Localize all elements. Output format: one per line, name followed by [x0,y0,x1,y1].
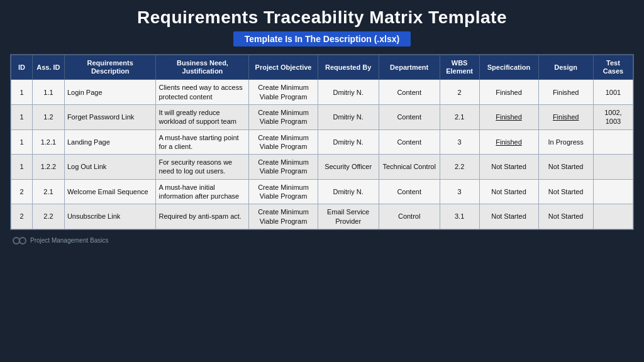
cell-id: 1 [11,155,33,180]
cell-req-desc: Log Out Link [64,155,156,180]
cell-business: Required by anti-spam act. [156,204,249,229]
cell-id: 2 [11,179,33,204]
col-header-proj: Project Objective [249,55,318,80]
table-row: 1 1.2.2 Log Out Link For security reason… [11,155,633,180]
footer-text: Project Management Basics [30,237,109,244]
cell-req-by: Dmitriy N. [318,104,379,129]
table-body: 1 1.1 Login Page Clients need way to acc… [11,80,633,229]
col-header-wbs: WBS Element [440,55,479,80]
cell-assid: 1.1 [32,80,64,105]
cell-req-desc: Landing Page [64,129,156,155]
svg-point-1 [19,238,26,244]
cell-assid: 2.2 [32,204,64,229]
cell-id: 1 [11,129,33,155]
cell-dept: Content [379,129,440,155]
cell-business: For security reasons we need to log out … [156,155,249,180]
table-header: ID Ass. ID Requirements Description Busi… [11,55,633,80]
col-header-business: Business Need, Justification [156,55,249,80]
col-header-reqby: Requested By [318,55,379,80]
page-title: Requirements Traceability Matrix Templat… [137,8,507,28]
cell-spec: Not Started [479,204,538,229]
cell-test [593,129,633,155]
cell-req-desc: Login Page [64,80,156,105]
cell-proj-obj: Create Minimum Viable Program [249,104,318,129]
cell-proj-obj: Create Minimum Viable Program [249,155,318,180]
cell-design: In Progress [538,129,593,155]
col-header-design: Design [538,55,593,80]
cell-proj-obj: Create Minimum Viable Program [249,129,318,155]
cell-dept: Content [379,104,440,129]
cell-wbs: 3 [440,179,479,204]
col-header-assid: Ass. ID [32,55,64,80]
col-header-id: ID [11,55,33,80]
cell-test: 1001 [593,80,633,105]
cell-assid: 1.2.1 [32,129,64,155]
table-row: 1 1.1 Login Page Clients need way to acc… [11,80,633,105]
cell-wbs: 2.1 [440,104,479,129]
cell-wbs: 2.2 [440,155,479,180]
footer-logo: Project Management Basics [13,234,109,248]
footer: Project Management Basics [10,234,634,248]
cell-assid: 1.2 [32,104,64,129]
cell-req-by: Dmitriy N. [318,129,379,155]
cell-business: Clients need way to access protected con… [156,80,249,105]
col-header-test: Test Cases [593,55,633,80]
cell-spec: Finished [479,104,538,129]
cell-test [593,155,633,180]
page-wrapper: Requirements Traceability Matrix Templat… [0,0,644,362]
col-header-req: Requirements Description [64,55,156,80]
cell-spec: Finished [479,80,538,105]
table-row: 2 2.1 Welcome Email Sequence A must-have… [11,179,633,204]
cell-proj-obj: Create Minimum Viable Program [249,80,318,105]
cell-design: Finished [538,104,593,129]
cell-spec: Not Started [479,155,538,180]
cell-dept: Technical Control [379,155,440,180]
cell-test: 1002, 1003 [593,104,633,129]
cell-req-desc: Welcome Email Sequence [64,179,156,204]
cell-spec: Finished [479,129,538,155]
requirements-matrix-table: ID Ass. ID Requirements Description Busi… [11,55,633,229]
cell-dept: Content [379,179,440,204]
cell-test [593,179,633,204]
cell-design: Finished [538,80,593,105]
cell-req-by: Security Officer [318,155,379,180]
brand-logo-icon [13,234,26,248]
col-header-dept: Department [379,55,440,80]
subtitle-banner: Template Is In The Description (.xlsx) [233,31,411,47]
table-row: 2 2.2 Unsubscribe Link Required by anti-… [11,204,633,229]
cell-dept: Content [379,80,440,105]
cell-design: Not Started [538,179,593,204]
matrix-table-container: ID Ass. ID Requirements Description Busi… [10,54,634,230]
cell-assid: 1.2.2 [32,155,64,180]
cell-req-by: Dmitriy N. [318,80,379,105]
cell-business: It will greatly reduce workload of suppo… [156,104,249,129]
cell-req-by: Email Service Provider [318,204,379,229]
cell-assid: 2.1 [32,179,64,204]
cell-spec: Not Started [479,179,538,204]
col-header-spec: Specification [479,55,538,80]
cell-req-desc: Unsubscribe Link [64,204,156,229]
cell-business: A must-have starting point for a client. [156,129,249,155]
cell-test [593,204,633,229]
cell-req-desc: Forget Password Link [64,104,156,129]
cell-proj-obj: Create Minimum Viable Program [249,179,318,204]
cell-design: Not Started [538,155,593,180]
cell-id: 2 [11,204,33,229]
svg-point-0 [13,238,19,244]
cell-proj-obj: Create Minimum Viable Program [249,204,318,229]
cell-dept: Control [379,204,440,229]
table-row: 1 1.2 Forget Password Link It will great… [11,104,633,129]
cell-wbs: 2 [440,80,479,105]
cell-wbs: 3 [440,129,479,155]
table-row: 1 1.2.1 Landing Page A must-have startin… [11,129,633,155]
cell-design: Not Started [538,204,593,229]
cell-id: 1 [11,104,33,129]
cell-req-by: Dmitriy N. [318,179,379,204]
cell-wbs: 3.1 [440,204,479,229]
cell-id: 1 [11,80,33,105]
cell-business: A must-have initial information after pu… [156,179,249,204]
